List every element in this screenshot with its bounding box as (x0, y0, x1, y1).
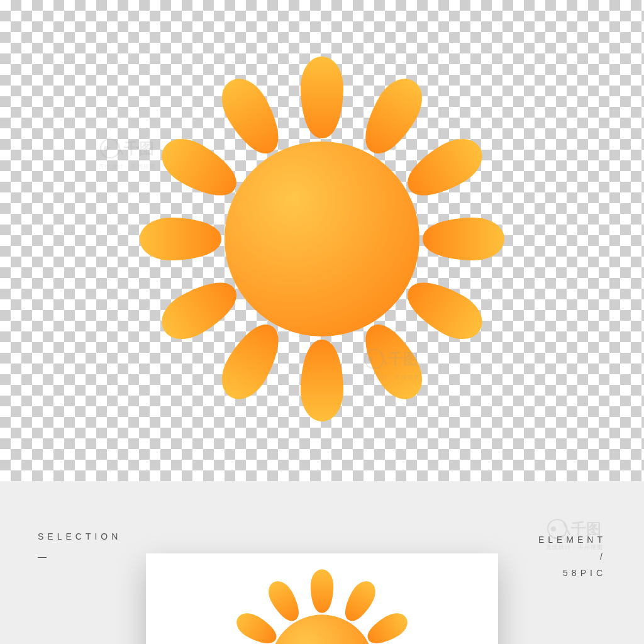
sun-icon (221, 566, 423, 644)
svg-point-1 (101, 139, 119, 158)
sun-graphic (133, 50, 511, 428)
label-selection-dash: — (38, 552, 49, 562)
mockup-presentation-area: SELECTION — ELEMENT / 58PIC (0, 481, 644, 644)
label-element-line1: ELEMENT (538, 531, 606, 548)
label-element-line3: 58PIC (538, 565, 606, 582)
transparency-preview-area: 千图 无忧设计 · 不用抠图 千图 无忧设计 · 不用抠图 (0, 0, 644, 481)
label-element-line2: / (538, 548, 606, 565)
label-selection: SELECTION (38, 531, 121, 541)
svg-point-7 (551, 526, 556, 531)
svg-point-0 (225, 142, 419, 336)
svg-point-5 (270, 614, 374, 644)
svg-point-2 (104, 146, 109, 151)
label-element: ELEMENT / 58PIC (538, 531, 606, 582)
mockup-card (146, 553, 498, 644)
sun-icon (133, 50, 511, 428)
